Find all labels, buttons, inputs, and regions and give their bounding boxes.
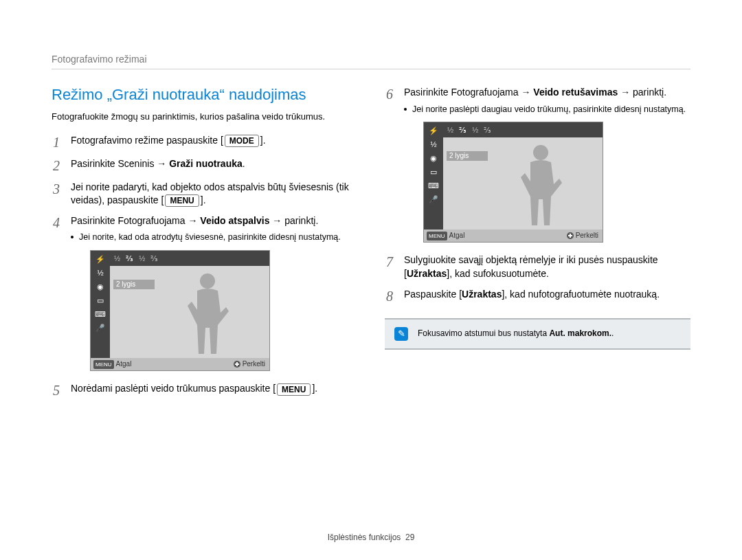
step-number: 6 bbox=[385, 86, 394, 247]
dpad-icon bbox=[567, 232, 574, 239]
step-number: 7 bbox=[385, 254, 394, 280]
left-column: Režimo „Graži nuotrauka“ naudojimas Foto… bbox=[52, 86, 364, 405]
step6-bullets: Jei norite paslėpti daugiau veido trūkum… bbox=[404, 104, 697, 115]
metering-icon: ◉ bbox=[426, 153, 441, 164]
step3-end: . bbox=[203, 194, 206, 205]
step8-text: Paspauskite [ bbox=[404, 289, 462, 300]
bullet-item: Jei norite paslėpti daugiau veido trūkum… bbox=[404, 104, 697, 115]
back-label: Atgal bbox=[116, 359, 132, 369]
step5-end: . bbox=[315, 383, 317, 394]
move-label: Perkelti bbox=[243, 359, 265, 369]
step4-bold: Veido atspalvis bbox=[200, 215, 269, 226]
step4-text: Pasirinkite Fotografuojama → bbox=[71, 215, 200, 226]
level-option-active: ⅔ bbox=[459, 125, 466, 135]
step-body: Pasirinkite Sceninis → Graži nuotrauka. bbox=[71, 157, 364, 174]
page-title: Režimo „Graži nuotrauka“ naudojimas bbox=[52, 86, 364, 104]
metering-icon: ◉ bbox=[93, 281, 108, 292]
level-option: ½ bbox=[139, 254, 145, 264]
menu-button-ref: MENU bbox=[165, 194, 199, 207]
step2-bold: Graži nuotrauka bbox=[169, 158, 243, 169]
note-text-c: . bbox=[611, 328, 614, 338]
level-tooltip: 2 lygis bbox=[113, 280, 155, 289]
back-label: Atgal bbox=[449, 231, 465, 240]
menu-badge: MENU bbox=[427, 232, 447, 240]
keyboard-icon: ⌨ bbox=[93, 309, 108, 320]
step1-end: . bbox=[263, 135, 266, 146]
step-body: Fotografavimo režime paspauskite [MODE]. bbox=[71, 134, 364, 150]
note-callout: ✎ Fokusavimo atstumui bus nustatyta Aut.… bbox=[385, 318, 690, 350]
step-body: Pasirinkite Fotografuojama → Veido retuš… bbox=[404, 86, 697, 247]
steps-right: 6 Pasirinkite Fotografuojama → Veido ret… bbox=[385, 86, 697, 304]
step6-bold: Veido retušavimas bbox=[533, 87, 618, 98]
step-body: Jei norite padaryti, kad objekto odos at… bbox=[71, 181, 364, 208]
person-silhouette-icon bbox=[183, 271, 232, 357]
step2-end: . bbox=[243, 158, 245, 169]
step6-end: → parinktį. bbox=[618, 87, 666, 98]
face-tone-icon: ½ bbox=[93, 267, 108, 278]
level-option: ½ bbox=[114, 254, 120, 264]
step8-bold: Užraktas bbox=[462, 289, 502, 300]
step-number: 5 bbox=[52, 382, 61, 399]
lcd-topbar: ½ ⅔ ½ ⅔ bbox=[443, 122, 603, 137]
flash-icon: ⚡ bbox=[426, 125, 441, 136]
step4-end: → parinktį. bbox=[269, 215, 318, 226]
header-divider bbox=[52, 69, 690, 69]
person-silhouette-icon bbox=[517, 143, 565, 229]
level-option: ⅔ bbox=[150, 254, 158, 264]
step1-text: Fotografavimo režime paspauskite bbox=[71, 135, 221, 146]
note-text-a: Fokusavimo atstumui bus nustatyta bbox=[418, 328, 549, 338]
page-footer: Išplėstinės funkcijos 29 bbox=[0, 533, 742, 542]
step-number: 8 bbox=[385, 288, 394, 304]
step3-text: Jei norite padaryti, kad objekto odos at… bbox=[71, 181, 349, 206]
keyboard-icon: ⌨ bbox=[426, 180, 441, 191]
step7-end: ], kad sufokusuotumėte. bbox=[447, 268, 549, 279]
level-option: ⅔ bbox=[484, 125, 491, 135]
lcd-bottom-bar: MENU Atgal Perkelti bbox=[91, 358, 269, 370]
step-body: Norėdami paslėpti veido trūkumus paspaus… bbox=[71, 382, 364, 399]
face-retouch-icon: ½ bbox=[426, 139, 441, 150]
steps-left: 1 Fotografavimo režime paspauskite [MODE… bbox=[52, 134, 364, 399]
step-number: 4 bbox=[52, 214, 61, 375]
level-option: ½ bbox=[447, 125, 453, 135]
step4-bullets: Jei norite, kad oda atrodytų šviesesnė, … bbox=[71, 232, 364, 243]
note-text-bold: Aut. makrokom. bbox=[549, 328, 611, 338]
menu-button-ref: MENU bbox=[277, 383, 311, 396]
mode-button-ref: MODE bbox=[225, 135, 259, 147]
right-column: 6 Pasirinkite Fotografuojama → Veido ret… bbox=[385, 86, 697, 350]
step7-bold: Užraktas bbox=[407, 268, 447, 279]
menu-badge: MENU bbox=[93, 360, 114, 369]
step6-text: Pasirinkite Fotografuojama → bbox=[404, 87, 533, 98]
flash-icon: ⚡ bbox=[93, 254, 108, 265]
intro-text: Fotografuokite žmogų su parinktimis, kur… bbox=[52, 111, 364, 123]
note-text: Fokusavimo atstumui bus nustatyta Aut. m… bbox=[418, 328, 614, 339]
step8-end: ], kad nufotografuotumėte nuotrauką. bbox=[502, 289, 660, 300]
move-label: Perkelti bbox=[576, 231, 598, 240]
footer-page-number: 29 bbox=[405, 533, 414, 542]
footer-label: Išplėstinės funkcijos bbox=[328, 533, 401, 542]
voice-icon: 🎤 bbox=[93, 322, 108, 333]
lcd-bottom-bar: MENU Atgal Perkelti bbox=[424, 229, 603, 242]
step-number: 2 bbox=[52, 157, 61, 174]
voice-icon: 🎤 bbox=[426, 194, 441, 205]
note-icon: ✎ bbox=[394, 327, 408, 341]
dpad-icon bbox=[234, 361, 240, 368]
step-number: 1 bbox=[52, 134, 61, 150]
lcd-sidebar: ⚡ ½ ◉ ▭ ⌨ 🎤 bbox=[91, 251, 110, 358]
level-option: ½ bbox=[472, 125, 478, 135]
level-tooltip: 2 lygis bbox=[447, 151, 488, 161]
svg-point-0 bbox=[200, 273, 215, 289]
page-header-breadcrumb: Fotografavimo režimai bbox=[52, 54, 147, 65]
step-body: Pasirinkite Fotografuojama → Veido atspa… bbox=[71, 214, 364, 375]
step-number: 3 bbox=[52, 181, 61, 208]
size-icon: ▭ bbox=[93, 295, 108, 306]
step5-text: Norėdami paslėpti veido trūkumus paspaus… bbox=[71, 383, 273, 394]
step-body: Paspauskite [Užraktas], kad nufotografuo… bbox=[404, 288, 697, 304]
step-body: Sulygiuokite savąjį objektą rėmelyje ir … bbox=[404, 254, 697, 280]
camera-lcd-preview-1: ⚡ ½ ◉ ▭ ⌨ 🎤 ½ ⅔ ½ ⅔ 2 lygis bbox=[90, 250, 270, 371]
level-option-active: ⅔ bbox=[126, 254, 133, 264]
size-icon: ▭ bbox=[426, 166, 441, 177]
lcd-topbar: ½ ⅔ ½ ⅔ bbox=[110, 251, 269, 266]
step2-text: Pasirinkite Sceninis → bbox=[71, 158, 169, 169]
svg-point-1 bbox=[533, 145, 548, 160]
bullet-item: Jei norite, kad oda atrodytų šviesesnė, … bbox=[71, 232, 364, 243]
